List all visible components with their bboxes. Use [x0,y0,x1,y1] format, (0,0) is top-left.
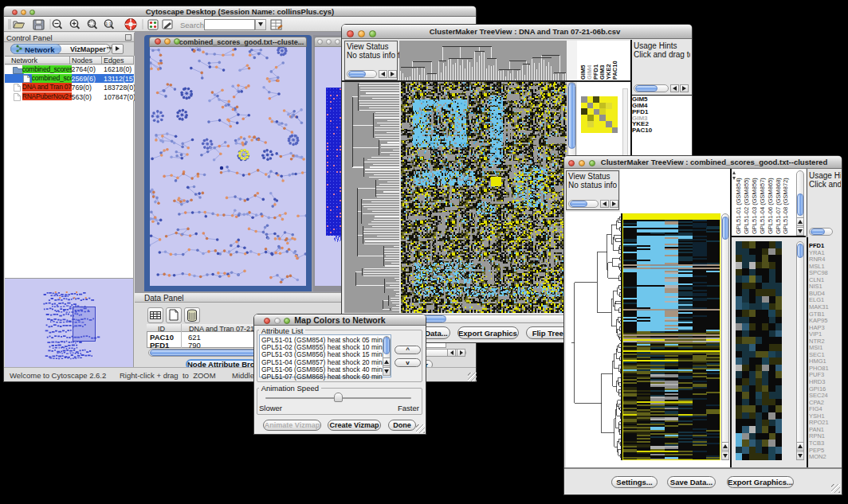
svg-text:1:1: 1:1 [105,21,112,26]
